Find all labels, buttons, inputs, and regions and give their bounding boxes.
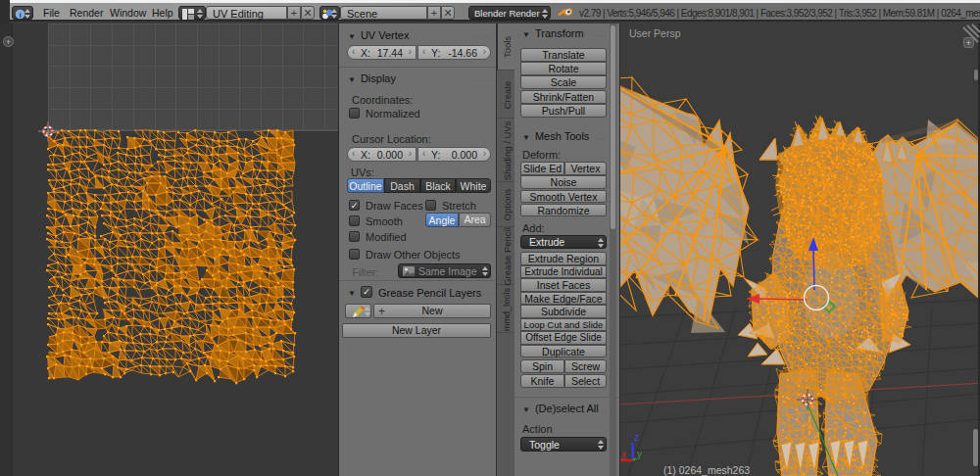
svg-text:z: z — [634, 432, 639, 443]
svg-text:x: x — [621, 449, 626, 459]
svg-text:i: i — [19, 11, 21, 20]
svg-text:y: y — [637, 449, 642, 459]
